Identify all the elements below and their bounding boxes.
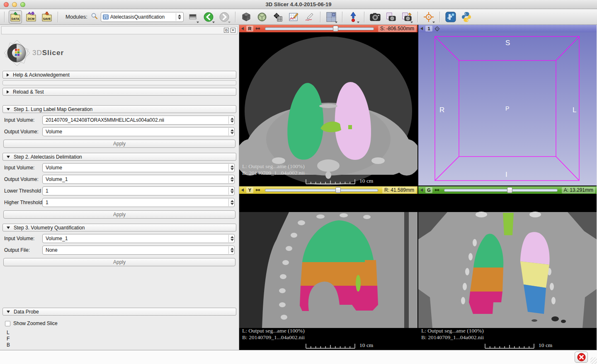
- probe-line-l: L: [7, 330, 239, 335]
- pin-arrow-icon[interactable]: [241, 27, 244, 30]
- view-options-icon[interactable]: [434, 26, 440, 31]
- undock-panel-icon[interactable]: ⧉: [224, 28, 229, 33]
- transform-grid-button[interactable]: [271, 10, 284, 24]
- mouse-mode-button[interactable]: [347, 10, 360, 24]
- svg-text:DCM: DCM: [28, 17, 34, 20]
- section-data-probe[interactable]: Data Probe: [2, 308, 236, 316]
- module-selector-combobox[interactable]: AtelectasisQuantification: [101, 12, 184, 22]
- pin-arrow-icon[interactable]: [420, 27, 423, 30]
- data-folder-icon: DATA: [10, 11, 21, 23]
- slicer-logo-icon: [2, 38, 32, 68]
- yellow-view-header: Y R: 41.589mm: [239, 186, 417, 194]
- red-slice-slider[interactable]: [265, 26, 374, 31]
- scene-view-button[interactable]: [384, 10, 398, 24]
- probe-line-f: F: [7, 336, 239, 341]
- toolbar-separator: [417, 12, 418, 22]
- expanded-arrow-icon: [7, 227, 10, 229]
- chart-pencil-icon: [289, 12, 298, 22]
- place-fiducial-icon: [349, 12, 358, 22]
- green-slice-view: G A: 13.291mm: [418, 186, 597, 350]
- section-step1[interactable]: Step 1. Lung Label Map Generation: [2, 105, 236, 113]
- chart-edit-button[interactable]: [287, 10, 300, 24]
- pin-arrow-icon[interactable]: [420, 188, 423, 192]
- threed-view-header: 1: [418, 25, 597, 32]
- threed-viewport[interactable]: S R P L I: [418, 32, 597, 186]
- yellow-view-menu-button[interactable]: Y: [246, 187, 253, 193]
- show-zoomed-slice-checkbox[interactable]: [5, 321, 10, 326]
- volume-cube-button[interactable]: [240, 10, 253, 24]
- link-icon[interactable]: [434, 187, 440, 193]
- module-forward-button[interactable]: [218, 10, 231, 24]
- toolbar-separator: [58, 12, 58, 22]
- resize-grip[interactable]: [590, 357, 597, 364]
- link-icon[interactable]: [255, 187, 261, 193]
- yellow-slice-viewport[interactable]: L: Output seg...ame (100%) B: 20140709_1…: [239, 194, 417, 350]
- svg-text:SAVE: SAVE: [43, 17, 51, 20]
- step1-apply-button[interactable]: Apply: [3, 140, 235, 148]
- step2-apply-button[interactable]: Apply: [3, 210, 235, 219]
- layout-selector-button[interactable]: [325, 10, 338, 24]
- pin-arrow-icon[interactable]: [241, 188, 244, 192]
- section-reload-test[interactable]: Reload & Test: [2, 88, 236, 96]
- extensions-manager-button[interactable]: [444, 10, 457, 24]
- yellow-corner-annotation: L: Output seg...ame (100%) B: 20140709_1…: [242, 328, 305, 341]
- threed-view-menu-button[interactable]: 1: [425, 26, 432, 31]
- scene-view-edit-button[interactable]: [400, 10, 413, 24]
- section-step3[interactable]: Step 3. Volumetry Quantification: [2, 224, 236, 231]
- status-bar: [0, 350, 597, 364]
- green-view-menu-button[interactable]: G: [425, 187, 432, 193]
- orientation-label-r: R: [439, 106, 444, 114]
- green-slice-viewport[interactable]: L: Output seg...ame (100%) B: 20140709_1…: [418, 194, 597, 350]
- link-icon[interactable]: [255, 26, 261, 31]
- close-panel-icon[interactable]: ✕: [231, 28, 235, 33]
- red-slice-viewport[interactable]: L: Output seg...ame (100%) B: 20140709_1…: [239, 32, 417, 186]
- red-slice-view: R S: -806.500mm: [239, 25, 417, 186]
- step2-input-volume-combobox[interactable]: Volume: [42, 163, 235, 172]
- toolbar-separator: [342, 12, 342, 22]
- expanded-arrow-icon: [7, 311, 10, 313]
- show-zoomed-slice-label: Show Zoomed Slice: [13, 321, 58, 326]
- section-help-acknowledgement[interactable]: Help & Acknowledgement: [2, 71, 236, 79]
- model-polyhedron-button[interactable]: [255, 10, 269, 24]
- yellow-slice-slider[interactable]: [265, 187, 378, 193]
- collapsed-arrow-icon: [7, 73, 9, 77]
- crosshair-button[interactable]: [422, 10, 435, 24]
- step1-input-volume-combobox[interactable]: 20140709_142408TORAX5MMHELICALs004a002.n…: [42, 116, 235, 125]
- markup-pencil-button[interactable]: [303, 10, 316, 24]
- step2-output-volume-combobox[interactable]: Volume_1: [42, 175, 235, 184]
- screenshot-button[interactable]: [369, 10, 382, 24]
- python-console-button[interactable]: [460, 10, 473, 24]
- step1-output-volume-combobox[interactable]: Volume: [42, 127, 235, 136]
- green-slice-offset[interactable]: A: 13.291mm: [562, 187, 595, 193]
- lower-threshold-spinbox[interactable]: 1: [42, 186, 235, 195]
- load-data-button[interactable]: DATA: [9, 10, 22, 24]
- save-button[interactable]: SAVE: [40, 10, 53, 24]
- toolbar-handle: [4, 12, 5, 22]
- green-slice-slider[interactable]: [444, 187, 558, 193]
- step3-input-volume-combobox[interactable]: Volume_1: [42, 234, 235, 243]
- module-history-button[interactable]: [186, 10, 199, 24]
- history-gradient-icon: [189, 14, 197, 20]
- section-step2[interactable]: Step 2. Atelectasis Delimitation: [2, 153, 236, 161]
- higher-threshold-spinbox[interactable]: 1: [42, 198, 235, 207]
- red-view-menu-button[interactable]: R: [246, 26, 253, 31]
- title-bar: 3D Slicer 4.4.0-2015-06-19: [0, 0, 597, 9]
- ruler-icon: [306, 343, 355, 349]
- step1-output-volume-label: Output Volume:: [4, 129, 42, 135]
- step3-apply-button[interactable]: Apply: [3, 258, 235, 266]
- red-slice-offset[interactable]: S: -806.500mm: [378, 26, 416, 32]
- orientation-label-p: P: [505, 105, 509, 112]
- yellow-slice-offset[interactable]: R: 41.589mm: [382, 187, 416, 193]
- red-view-header: R S: -806.500mm: [239, 25, 417, 32]
- module-search-icon[interactable]: [91, 12, 98, 22]
- step3-output-file-combobox[interactable]: None: [42, 246, 235, 255]
- step2-input-volume-label: Input Volume:: [4, 165, 42, 171]
- python-icon: [461, 12, 472, 22]
- main-toolbar: DATA DCM SAVE Modules:: [0, 9, 597, 25]
- orientation-label-s: S: [505, 39, 510, 47]
- module-combo-arrows[interactable]: [176, 13, 182, 21]
- dicom-button[interactable]: DCM: [24, 10, 38, 24]
- gray-cube-icon: [241, 12, 251, 22]
- error-log-button[interactable]: [575, 352, 588, 363]
- module-back-button[interactable]: [202, 10, 215, 24]
